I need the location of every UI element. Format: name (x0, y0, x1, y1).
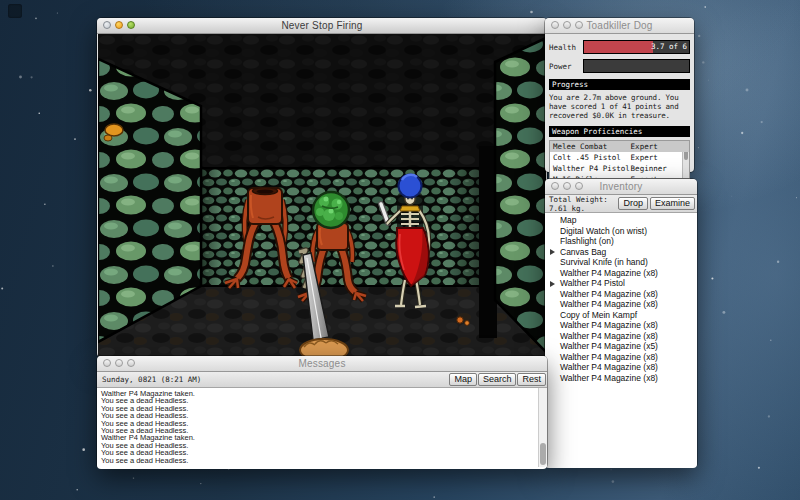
minimize-button-icon[interactable] (563, 21, 571, 29)
inventory-item-label: Digital Watch (on wrist) (560, 226, 647, 236)
skeleton-collar (400, 206, 420, 211)
right-wall (495, 38, 546, 352)
weapon-proficiency-row[interactable]: Melee Combat Expert (550, 141, 689, 152)
inventory-item-label: Walther P4 Pistol (560, 278, 625, 288)
progress-text: You are 2.7m above ground. You have scor… (549, 93, 690, 120)
inventory-item[interactable]: Walther P4 Magazine (x8) (545, 331, 697, 342)
messages-list[interactable]: Walther P4 Magazine taken. You see a dea… (97, 388, 547, 469)
inventory-item[interactable]: Walther P4 Magazine (x8) (545, 289, 697, 300)
inventory-item-label: Walther P4 Magazine (x8) (560, 352, 658, 362)
zoom-button-icon[interactable] (127, 21, 135, 29)
game-window-titlebar[interactable]: Never Stop Firing (97, 18, 547, 34)
inventory-item[interactable]: Walther P4 Magazine (x8) (545, 362, 697, 373)
minimize-button-icon[interactable] (563, 182, 571, 190)
inventory-item[interactable]: Walther P4 Magazine (x8) (545, 373, 697, 384)
power-bar-fill (584, 60, 689, 72)
game-window: Never Stop Firing (97, 18, 547, 357)
player-hand (300, 339, 348, 356)
inventory-item-label: Walther P4 Magazine (x8) (560, 362, 658, 372)
messages-window-titlebar[interactable]: Messages (97, 356, 547, 372)
messages-toolbar: Sunday, 0821 (8:21 AM) Map Search Rest (97, 372, 547, 388)
health-row: Health 3.7 of 6 (549, 40, 690, 54)
brain-blob (313, 192, 349, 228)
total-weight-label: Total Weight: 7.61 kg. (549, 195, 616, 213)
examine-button[interactable]: Examine (650, 197, 695, 210)
power-label: Power (549, 62, 583, 71)
power-bar (583, 59, 690, 73)
inventory-item-label: Walther P4 Magazine (x8) (560, 299, 658, 309)
minimize-button-icon[interactable] (115, 21, 123, 29)
inventory-window-titlebar[interactable]: Inventory (545, 179, 697, 195)
inventory-item[interactable]: Walther P4 Magazine (x5) (545, 341, 697, 352)
disclosure-triangle-icon[interactable] (550, 249, 555, 255)
inventory-list[interactable]: Map Digital Watch (on wrist) Flashlight … (545, 213, 697, 468)
inventory-item-label: Flashlight (on) (560, 236, 614, 246)
inventory-item-label: Walther P4 Magazine (x5) (560, 341, 658, 351)
inventory-item-label: Walther P4 Magazine (x8) (560, 289, 658, 299)
inventory-item-label: Walther P4 Magazine (x8) (560, 268, 658, 278)
window-controls (103, 21, 135, 29)
inventory-item[interactable]: Walther P4 Magazine (x8) (545, 352, 697, 363)
inventory-item-label: Walther P4 Magazine (x8) (560, 373, 658, 383)
afro-hair (399, 175, 422, 198)
inventory-toolbar: Total Weight: 7.61 kg. Drop Examine (545, 195, 697, 213)
close-button-icon[interactable] (103, 21, 111, 29)
weapon-proficiency-row[interactable]: Colt .45 Pistol Expert (550, 152, 689, 163)
window-controls (551, 182, 583, 190)
inventory-item-label: Survival Knife (in hand) (560, 257, 648, 267)
weapons-header: Weapon Proficiencies (549, 126, 690, 137)
health-value: 3.7 of 6 (651, 42, 687, 51)
inventory-item[interactable]: Flashlight (on) (545, 236, 697, 247)
weapon-proficiency-row[interactable]: Walther P4 Pistol Beginner (550, 163, 689, 174)
window-controls (551, 21, 583, 29)
stats-window-titlebar[interactable]: Toadkiller Dog (545, 18, 694, 34)
progress-header: Progress (549, 79, 690, 90)
messages-window: Messages Sunday, 0821 (8:21 AM) Map Sear… (97, 356, 547, 468)
inventory-item-label: Map (560, 215, 577, 225)
stats-window-title: Toadkiller Dog (586, 20, 652, 31)
inventory-item[interactable]: Walther P4 Magazine (x8) (545, 268, 697, 279)
game-window-title: Never Stop Firing (281, 20, 362, 31)
inventory-item[interactable]: Walther P4 Magazine (x8) (545, 299, 697, 310)
inventory-item-label: Canvas Bag (560, 247, 606, 257)
inventory-item[interactable]: Digital Watch (on wrist) (545, 226, 697, 237)
close-button-icon[interactable] (103, 359, 111, 367)
message-line: You see a dead Headless. (101, 457, 537, 464)
inventory-item[interactable]: Copy of Mein Kampf (545, 310, 697, 321)
inventory-window-title: Inventory (600, 181, 643, 192)
stats-window: Toadkiller Dog Health 3.7 of 6 Power Pro… (545, 18, 694, 172)
drop-button[interactable]: Drop (618, 197, 648, 210)
disclosure-triangle-icon[interactable] (550, 281, 555, 287)
close-button-icon[interactable] (551, 182, 559, 190)
inventory-item[interactable]: Map (545, 215, 697, 226)
minimize-button-icon[interactable] (115, 359, 123, 367)
inventory-window: Inventory Total Weight: 7.61 kg. Drop Ex… (545, 179, 697, 467)
zoom-button-icon[interactable] (575, 182, 583, 190)
messages-window-title: Messages (298, 358, 345, 369)
inventory-item[interactable]: Canvas Bag (545, 247, 697, 258)
inventory-item-label: Walther P4 Magazine (x8) (560, 320, 658, 330)
inventory-item[interactable]: Walther P4 Pistol (545, 278, 697, 289)
zoom-button-icon[interactable] (575, 21, 583, 29)
close-button-icon[interactable] (551, 21, 559, 29)
search-button[interactable]: Search (478, 373, 517, 386)
date-time-label: Sunday, 0821 (8:21 AM) (102, 375, 448, 384)
power-row: Power (549, 59, 690, 73)
rest-button[interactable]: Rest (517, 373, 546, 386)
health-label: Health (549, 43, 583, 52)
game-viewport[interactable] (98, 34, 546, 356)
zoom-button-icon[interactable] (127, 359, 135, 367)
inventory-item[interactable]: Walther P4 Magazine (x8) (545, 320, 697, 331)
health-bar-fill (584, 41, 653, 53)
desktop-icon[interactable] (8, 4, 22, 18)
messages-scrollbar[interactable] (538, 388, 547, 467)
inventory-item[interactable]: Survival Knife (in hand) (545, 257, 697, 268)
weapon-proficiencies-list[interactable]: Melee Combat Expert Colt .45 Pistol Expe… (549, 140, 690, 179)
inventory-item-label: Copy of Mein Kampf (560, 310, 637, 320)
messages-scrollbar-thumb[interactable] (540, 443, 546, 465)
health-bar: 3.7 of 6 (583, 40, 690, 54)
map-button[interactable]: Map (449, 373, 477, 386)
window-controls (103, 359, 135, 367)
inventory-item-label: Walther P4 Magazine (x8) (560, 331, 658, 341)
